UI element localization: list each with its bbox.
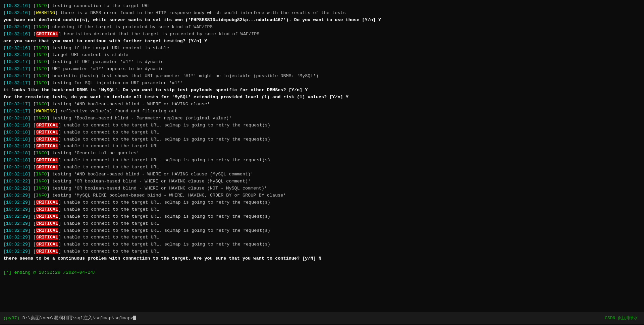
terminal-line: [10:32:18] [CRITICAL] unable to connect …	[3, 122, 641, 129]
terminal-line: [10:32:29] [CRITICAL] unable to connect …	[3, 241, 641, 248]
terminal-line: there seems to be a continuous problem w…	[3, 255, 641, 262]
terminal-line: [10:32:29] [CRITICAL] unable to connect …	[3, 199, 641, 206]
terminal-line: [*] ending @ 10:32:29 /2024-04-24/	[3, 269, 641, 276]
terminal-line: you have not declared cookie(s), while s…	[3, 17, 641, 24]
terminal-line: [10:32:17] [INFO] testing 'AND boolean-b…	[3, 101, 641, 108]
terminal-line: [10:32:29] [CRITICAL] unable to connect …	[3, 213, 641, 220]
watermark: CSDN @山川绿水	[605, 315, 638, 321]
terminal-line: [10:32:18] [INFO] testing 'Generic inlin…	[3, 150, 641, 157]
terminal-line: [10:32:16] [INFO] checking if the target…	[3, 24, 641, 31]
terminal-line: [10:32:17] [INFO] testing if URI paramet…	[3, 59, 641, 66]
terminal-line: [10:32:18] [CRITICAL] unable to connect …	[3, 157, 641, 164]
terminal-line: [10:32:16] [INFO] testing connection to …	[3, 3, 641, 10]
terminal-line	[3, 262, 641, 269]
prompt-path: D:\桌面\new\漏洞利用\sql注入\sqlmap\sqlmap>	[20, 316, 133, 321]
terminal-line: [10:32:29] [INFO] testing 'MySQL RLIKE b…	[3, 192, 641, 199]
terminal-line: [10:32:29] [CRITICAL] unable to connect …	[3, 220, 641, 227]
terminal-line: [10:32:17] [WARNING] reflective value(s)…	[3, 108, 641, 115]
terminal-line: [10:32:17] [INFO] URI parameter '#1*' ap…	[3, 66, 641, 73]
terminal-line: [10:32:18] [CRITICAL] unable to connect …	[3, 129, 641, 136]
terminal-line: are you sure that you want to continue w…	[3, 38, 641, 45]
prompt-env: (py37)	[3, 316, 20, 321]
terminal-line: [10:32:18] [INFO] testing 'Boolean-based…	[3, 115, 641, 122]
terminal-line: for the remaining tests, do you want to …	[3, 94, 641, 101]
terminal-line: [10:32:29] [CRITICAL] unable to connect …	[3, 248, 641, 255]
terminal-line: [10:32:29] [CRITICAL] unable to connect …	[3, 227, 641, 234]
terminal-line: [10:32:16] [WARNING] there is a DBMS err…	[3, 10, 641, 17]
terminal-line: [10:32:22] [INFO] testing 'OR boolean-ba…	[3, 178, 641, 185]
prompt-area[interactable]: (py37) D:\桌面\new\漏洞利用\sql注入\sqlmap\sqlma…	[0, 312, 644, 324]
terminal-line	[3, 276, 641, 283]
terminal-line: [10:32:17] [INFO] testing for SQL inject…	[3, 80, 641, 87]
terminal-line: [10:32:16] [INFO] target URL content is …	[3, 52, 641, 59]
cursor	[133, 316, 136, 320]
terminal-line: [10:32:18] [CRITICAL] unable to connect …	[3, 164, 641, 171]
log-output: [10:32:16] [INFO] testing connection to …	[3, 3, 641, 283]
terminal-line: [10:32:18] [INFO] testing 'AND boolean-b…	[3, 171, 641, 178]
terminal-line: [10:32:18] [CRITICAL] unable to connect …	[3, 136, 641, 143]
terminal-line: [10:32:16] [CRITICAL] heuristics detecte…	[3, 31, 641, 38]
terminal-line: [10:32:16] [INFO] testing if the target …	[3, 45, 641, 52]
terminal-line: [10:32:18] [CRITICAL] unable to connect …	[3, 143, 641, 150]
terminal-line: [10:32:29] [CRITICAL] unable to connect …	[3, 206, 641, 213]
terminal-line: [10:32:22] [INFO] testing 'OR boolean-ba…	[3, 185, 641, 192]
terminal-line: [10:32:29] [CRITICAL] unable to connect …	[3, 234, 641, 241]
terminal-line: it looks like the back-end DBMS is 'MySQ…	[3, 87, 641, 94]
terminal-window: [10:32:16] [INFO] testing connection to …	[0, 0, 644, 312]
terminal-line: [10:32:17] [INFO] heuristic (basic) test…	[3, 73, 641, 80]
prompt-line: (py37) D:\桌面\new\漏洞利用\sql注入\sqlmap\sqlma…	[3, 316, 136, 321]
